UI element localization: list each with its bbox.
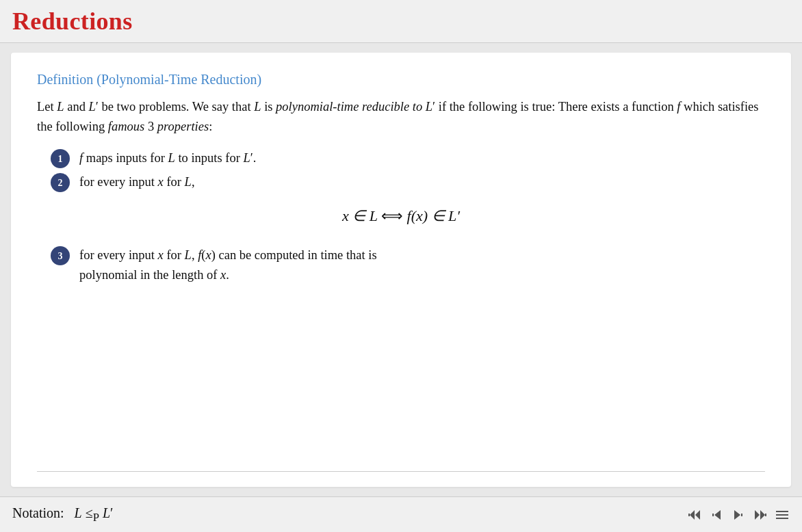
nav-last-icon[interactable] <box>753 509 768 520</box>
svg-rect-11 <box>776 514 788 516</box>
nav-prev-icon[interactable] <box>709 509 724 520</box>
svg-marker-8 <box>755 510 760 520</box>
properties-list: 1 f maps inputs for L to inputs for L′. … <box>51 148 765 192</box>
nav-menu-icon[interactable] <box>775 509 790 520</box>
nav-icons <box>687 509 790 520</box>
property-text-1: f maps inputs for L to inputs for L′. <box>79 148 765 168</box>
notation-text: Notation: L ≤P L′ <box>12 505 113 524</box>
page-title: Reductions <box>12 7 133 36</box>
svg-marker-6 <box>734 510 740 520</box>
svg-rect-12 <box>776 518 788 519</box>
property-text-3: for every input x for L, f(x) can be com… <box>79 245 765 284</box>
svg-rect-10 <box>776 511 788 512</box>
property-text-2: for every input x for L, <box>79 172 765 192</box>
svg-rect-0 <box>688 514 690 516</box>
nav-next-icon[interactable] <box>731 509 746 520</box>
svg-rect-7 <box>765 514 766 516</box>
nav-first-icon[interactable] <box>687 509 702 520</box>
properties-list-2: 3 for every input x for L, f(x) can be c… <box>51 245 765 284</box>
bullet-1: 1 <box>51 149 70 168</box>
property-item-3: 3 for every input x for L, f(x) can be c… <box>51 245 765 284</box>
bullet-2: 2 <box>51 173 70 192</box>
svg-rect-5 <box>741 514 742 516</box>
slide-divider <box>37 471 765 472</box>
slide-header: Reductions <box>0 0 802 43</box>
definition-label: Definition (Polynomial-Time Reduction) <box>37 72 765 88</box>
svg-marker-4 <box>714 510 721 520</box>
slide-body: Definition (Polynomial-Time Reduction) L… <box>11 53 791 487</box>
svg-rect-3 <box>712 514 714 516</box>
property-item-1: 1 f maps inputs for L to inputs for L′. <box>51 148 765 168</box>
svg-marker-1 <box>690 510 695 520</box>
bullet-3: 3 <box>51 246 70 265</box>
slide-footer: Notation: L ≤P L′ <box>0 496 802 532</box>
svg-marker-2 <box>695 510 700 520</box>
svg-marker-9 <box>760 510 765 520</box>
math-formula: x ∈ L ⟺ f(x) ∈ L′ <box>37 207 765 225</box>
definition-intro: Let L and L′ be two problems. We say tha… <box>37 97 765 136</box>
property-item-2: 2 for every input x for L, <box>51 172 765 192</box>
